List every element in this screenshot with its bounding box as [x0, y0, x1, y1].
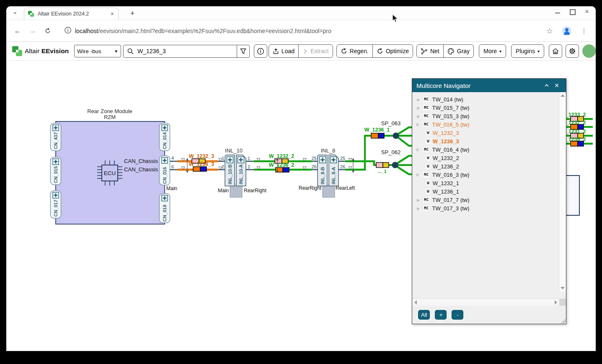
url-text[interactable]: localhost/eevision/main2.html?edb=exampl… — [75, 28, 540, 34]
tab-strip: Altair EEvision 2024.2 × + × — [6, 6, 596, 20]
scroll-left-icon[interactable] — [414, 300, 417, 305]
rzm-module[interactable]: Rear Zone Module RZM ECU — [51, 108, 178, 224]
side-label: RearRight — [299, 185, 322, 191]
extract-button[interactable]: Extract — [298, 45, 333, 57]
plugins-dropdown[interactable]: Plugins▾ — [511, 44, 544, 58]
expand-chevron-icon[interactable] — [416, 197, 423, 203]
tab-close-icon[interactable]: × — [110, 11, 115, 17]
info-button[interactable] — [254, 44, 267, 58]
profile-avatar[interactable] — [562, 26, 571, 36]
optimize-button[interactable]: Optimize — [372, 45, 413, 57]
collapse-chevron-icon[interactable] — [416, 121, 423, 128]
scroll-up-icon[interactable] — [561, 94, 565, 97]
inline-connector-inl8[interactable]: INL_8 INL_8-B INL_8-A 25 26 25 26 RearRi… — [299, 147, 355, 197]
net-button[interactable]: Net — [417, 45, 443, 57]
diagram-canvas: Rear Zone Module RZM ECU — [6, 61, 596, 351]
panel-close-button[interactable]: × — [552, 80, 562, 90]
minimize-button[interactable] — [555, 9, 561, 15]
tree-item[interactable]: WW_1232_1 — [416, 179, 559, 187]
connector-cn-016[interactable]: CN_016 — [160, 156, 170, 185]
scroll-down-icon[interactable] — [561, 287, 565, 289]
expand-all-button[interactable]: + — [435, 310, 447, 320]
tree-item[interactable]: MCTW_016_3 (tw) — [416, 170, 559, 179]
window-close-button[interactable]: × — [584, 9, 590, 15]
collapse-chevron-icon[interactable] — [416, 147, 423, 153]
site-info-icon[interactable] — [64, 26, 72, 36]
load-button[interactable]: Load — [269, 45, 298, 57]
more-dropdown[interactable]: More▾ — [479, 44, 506, 58]
regen-button[interactable]: Regen. — [337, 45, 372, 57]
tree-item-selected[interactable]: WW_1236_3 — [416, 137, 559, 145]
tree-item[interactable]: WW_1236_2 — [416, 162, 559, 170]
gray-button[interactable]: Gray — [443, 45, 473, 57]
tree-item[interactable]: MCTW_017_3 (tw) — [416, 204, 559, 212]
home-button[interactable] — [549, 44, 562, 58]
panel-header[interactable]: Multicore Navigator × — [412, 79, 566, 92]
expand-chevron-icon[interactable] — [416, 113, 423, 119]
module-ref: RZM — [104, 114, 116, 120]
tree-item[interactable]: MCTW_015_3 (tw) — [416, 112, 559, 120]
tree-item[interactable]: WW_1232_2 — [416, 154, 559, 162]
tree-item-label: W_1236_2 — [433, 163, 459, 170]
tree-item[interactable]: WW_1236_1 — [416, 187, 559, 196]
filter-button[interactable] — [237, 45, 249, 57]
tree-item-label: TW_017_7 (tw) — [432, 197, 469, 203]
pin-number: 4 — [171, 155, 174, 160]
tree-item[interactable]: MCTW_015_7 (tw) — [416, 103, 559, 112]
wire-seg-rzm-inl10[interactable]: W_1232_3 W_1236_3 — [170, 153, 225, 173]
inline-connector-inl10[interactable]: INL_10 INL_10-B INL_10-A 1 2 1 2 Main Re… — [218, 147, 267, 197]
info-icon — [257, 47, 264, 55]
expand-chevron-icon[interactable] — [416, 205, 423, 212]
pin-number: 6 — [171, 164, 174, 169]
maximize-button[interactable] — [569, 9, 575, 15]
search-input[interactable] — [137, 47, 237, 55]
browser-tab[interactable]: Altair EEvision 2024.2 × — [24, 8, 119, 20]
caret-down-icon: ▾ — [537, 49, 540, 54]
tree-item-label: W_1232_3 — [433, 130, 459, 136]
browser-menu-icon[interactable]: ⋮ — [578, 26, 590, 35]
expand-chevron-icon[interactable] — [416, 105, 423, 111]
collapse-all-button[interactable]: - — [452, 310, 463, 320]
horizontal-scrollbar[interactable] — [412, 298, 559, 306]
tree-item-selected[interactable]: MCTW_016_5 (tw) — [416, 120, 559, 129]
collapse-chevron-icon[interactable] — [416, 172, 423, 178]
multicore-tree: MCTW_014 (tw) MCTW_015_7 (tw) MCTW_015_3… — [412, 92, 559, 299]
tree-item-label: W_1232_2 — [433, 155, 459, 161]
connector-cn-014[interactable]: CN_014 — [160, 123, 170, 151]
tree-item-label: TW_015_7 (tw) — [432, 105, 469, 111]
tree-item-label: TW_015_3 (tw) — [432, 113, 469, 119]
wire-seg-inl10-inl8[interactable]: W_1232_2 W_1236_2 — [246, 153, 318, 173]
settings-button[interactable] — [566, 44, 579, 58]
tree-item[interactable]: MCTW_014 (tw) — [416, 95, 559, 103]
panel-collapse-button[interactable] — [542, 80, 552, 90]
connector-cn-437[interactable]: CN_437 — [51, 123, 61, 151]
expand-chevron-icon[interactable] — [416, 96, 423, 103]
scroll-right-icon[interactable] — [555, 300, 557, 305]
search-icon — [127, 48, 134, 55]
tree-item[interactable]: MCTW_016_4 (tw) — [416, 145, 559, 154]
vertical-scrollbar[interactable] — [559, 92, 566, 292]
wire-label: W_1236_1 — [364, 127, 390, 133]
select-all-button[interactable]: All — [418, 310, 430, 320]
select-arrow-icon: ▼ — [114, 49, 118, 54]
connector-cn-018[interactable]: CN_018 — [160, 194, 170, 223]
splice-dot[interactable] — [392, 162, 398, 168]
new-tab-button[interactable]: + — [127, 8, 138, 19]
bookmark-star-icon[interactable]: ☆ — [544, 26, 555, 36]
search-mode-select[interactable]: Wire -bus ▼ — [74, 45, 121, 57]
tree-item[interactable]: MCTW_017_7 (tw) — [416, 196, 559, 204]
forward-button[interactable]: → — [27, 26, 38, 36]
connector-cn-015[interactable]: CN_015 — [51, 157, 61, 185]
caret-down-icon: ▾ — [499, 49, 501, 54]
wire-label: W_1236_2 — [269, 162, 295, 168]
reload-button[interactable] — [42, 26, 53, 36]
tab-list-chevron-button[interactable] — [10, 8, 20, 18]
tree-item-selected[interactable]: WW_1232_3 — [416, 129, 559, 137]
gear-icon — [568, 47, 576, 55]
splice-sp063[interactable]: SP_063 — [381, 120, 416, 146]
connector-cn-017[interactable]: CN_017 — [51, 191, 61, 218]
splice-dot[interactable] — [393, 133, 399, 139]
wire-label: W_1236_3 — [189, 161, 214, 167]
panel-resize-grip[interactable] — [561, 318, 566, 323]
back-button[interactable]: ← — [12, 26, 23, 36]
